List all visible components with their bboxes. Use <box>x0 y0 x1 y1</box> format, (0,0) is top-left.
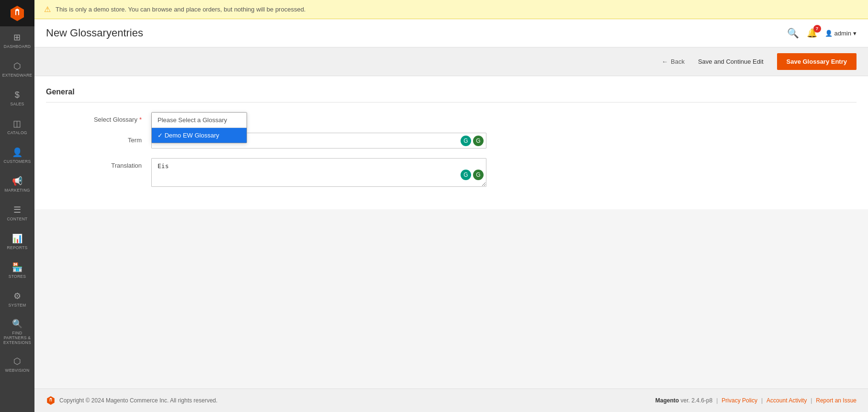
sidebar-label-marketing: MARKETING <box>4 188 30 193</box>
sidebar-item-find-partners[interactable]: 🔍 FIND PARTNERS & EXTENSIONS <box>0 314 34 350</box>
translation-label: Translation <box>46 158 151 169</box>
content-area: ← Back Save and Continue Edit Save Gloss… <box>34 47 868 389</box>
footer-logo: Copyright © 2024 Magento Commerce Inc. A… <box>46 396 217 405</box>
translation-green-icon[interactable]: G <box>473 170 484 180</box>
glossary-option-placeholder[interactable]: Please Select a Glossary <box>152 113 247 128</box>
term-teal-icon[interactable]: G <box>461 136 471 146</box>
warning-icon: ⚠ <box>44 5 51 14</box>
find-partners-icon: 🔍 <box>12 319 23 329</box>
sidebar-label-catalog: CATALOG <box>7 130 27 135</box>
back-button[interactable]: ← Back <box>662 58 685 65</box>
glossary-dropdown-popup[interactable]: Please Select a Glossary Demo EW Glossar… <box>151 112 247 143</box>
reports-icon: 📊 <box>12 233 23 244</box>
sidebar-label-webvision: WEBVISION <box>5 368 30 373</box>
sidebar-item-system[interactable]: ⚙ SYSTEM <box>0 285 34 314</box>
sidebar-item-marketing[interactable]: 📢 MARKETING <box>0 170 34 199</box>
system-icon: ⚙ <box>13 291 21 301</box>
select-glossary-label: Select Glossary* <box>46 112 151 123</box>
banner-text: This is only a demo store. You can brows… <box>56 6 305 13</box>
translation-input[interactable]: Eis <box>151 158 486 187</box>
translation-icons: G G <box>461 170 484 180</box>
sales-icon: $ <box>15 90 20 100</box>
sidebar-item-content[interactable]: ☰ CONTENT <box>0 199 34 228</box>
sidebar-label-dashboard: DASHBOARD <box>4 44 31 49</box>
footer-right: Magento ver. 2.4.6-p8 | Privacy Policy |… <box>655 397 857 404</box>
admin-menu[interactable]: 👤 admin ▾ <box>825 30 857 37</box>
action-bar: ← Back Save and Continue Edit Save Gloss… <box>34 47 868 76</box>
form-section: General Select Glossary* Please Select a… <box>34 76 868 209</box>
sidebar: ⊞ DASHBOARD ⬡ EXTENDWARE $ SALES ◫ CATAL… <box>0 0 34 412</box>
footer: Copyright © 2024 Magento Commerce Inc. A… <box>34 389 868 412</box>
term-icons: G G <box>461 136 484 146</box>
sidebar-label-extendware: EXTENDWARE <box>2 73 33 78</box>
sidebar-item-stores[interactable]: 🏪 STORES <box>0 256 34 285</box>
notifications-button[interactable]: 🔔 7 <box>807 28 817 38</box>
sidebar-item-webvision[interactable]: ⬡ WEBVISION <box>0 350 34 379</box>
translation-wrap: Eis G G <box>151 158 486 188</box>
notifications-badge: 7 <box>813 25 821 33</box>
sidebar-item-customers[interactable]: 👤 CUSTOMERS <box>0 141 34 170</box>
demo-banner: ⚠ This is only a demo store. You can bro… <box>34 0 868 19</box>
sidebar-label-find-partners: FIND PARTNERS & EXTENSIONS <box>2 331 33 345</box>
page-header: New Glossaryentries 🔍 🔔 7 👤 admin ▾ <box>34 19 868 47</box>
customers-icon: 👤 <box>12 147 23 158</box>
translation-teal-icon[interactable]: G <box>461 170 471 180</box>
sidebar-item-reports[interactable]: 📊 REPORTS <box>0 228 34 256</box>
dashboard-icon: ⊞ <box>13 32 21 43</box>
extendware-icon: ⬡ <box>13 61 21 71</box>
glossary-option-demo[interactable]: Demo EW Glossary <box>152 128 247 143</box>
sidebar-label-sales: SALES <box>11 102 24 106</box>
footer-version: Magento ver. 2.4.6-p8 <box>655 397 712 404</box>
footer-links: Privacy Policy | Account Activity | Repo… <box>721 397 857 404</box>
content-icon: ☰ <box>13 205 21 215</box>
chevron-down-icon: ▾ <box>853 30 857 37</box>
term-label: Term <box>46 133 151 144</box>
privacy-policy-link[interactable]: Privacy Policy <box>721 397 757 404</box>
sidebar-label-stores: STORES <box>9 274 26 279</box>
sidebar-item-dashboard[interactable]: ⊞ DASHBOARD <box>0 26 34 55</box>
form-row-translation: Translation Eis G G <box>46 158 857 188</box>
sidebar-label-content: CONTENT <box>7 217 27 221</box>
form-row-select-glossary: Select Glossary* Please Select a Glossar… <box>46 112 857 123</box>
sidebar-item-extendware[interactable]: ⬡ EXTENDWARE <box>0 55 34 84</box>
arrow-left-icon: ← <box>662 58 668 65</box>
catalog-icon: ◫ <box>13 118 21 129</box>
save-glossary-button[interactable]: Save Glossary Entry <box>777 53 857 70</box>
sidebar-item-sales[interactable]: $ SALES <box>0 84 34 113</box>
sidebar-label-customers: CUSTOMERS <box>4 159 31 164</box>
stores-icon: 🏪 <box>12 262 23 273</box>
sidebar-label-reports: REPORTS <box>7 245 27 250</box>
sidebar-item-catalog[interactable]: ◫ CATALOG <box>0 113 34 141</box>
footer-copyright: Copyright © 2024 Magento Commerce Inc. A… <box>59 397 217 404</box>
admin-username: admin <box>834 30 851 37</box>
webvision-icon: ⬡ <box>13 356 21 366</box>
required-star: * <box>139 116 142 123</box>
section-title: General <box>46 88 857 103</box>
footer-version-number: ver. 2.4.6-p8 <box>680 397 712 404</box>
admin-icon: 👤 <box>825 30 833 37</box>
page-title: New Glossaryentries <box>46 27 143 39</box>
sidebar-label-system: SYSTEM <box>9 303 26 308</box>
back-label: Back <box>671 58 685 65</box>
term-green-icon[interactable]: G <box>473 136 484 146</box>
save-continue-button[interactable]: Save and Continue Edit <box>692 55 769 68</box>
sidebar-logo <box>0 0 34 26</box>
marketing-icon: 📢 <box>12 176 23 186</box>
header-actions: 🔍 🔔 7 👤 admin ▾ <box>787 27 857 39</box>
search-button[interactable]: 🔍 <box>787 27 799 39</box>
report-issue-link[interactable]: Report an Issue <box>816 397 857 404</box>
footer-brand: Magento <box>655 397 681 404</box>
main-content: ⚠ This is only a demo store. You can bro… <box>34 0 868 412</box>
account-activity-link[interactable]: Account Activity <box>767 397 807 404</box>
